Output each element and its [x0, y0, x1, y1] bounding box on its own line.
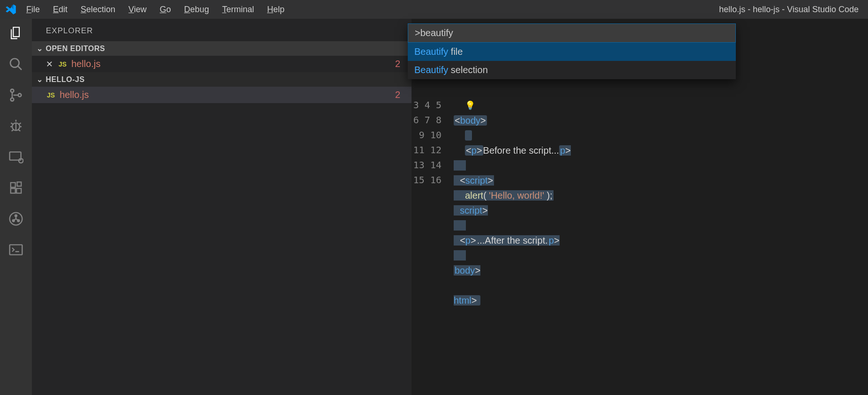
open-editor-filename: hello.js: [71, 59, 100, 69]
open-editors-header[interactable]: ⌄ OPEN EDITORS: [32, 41, 412, 56]
menu-item[interactable]: Debug: [184, 5, 209, 15]
debug-icon[interactable]: [8, 118, 24, 134]
terminal-icon[interactable]: [8, 242, 24, 258]
svg-rect-24: [10, 245, 22, 254]
activity-bar: [0, 19, 32, 395]
explorer-title: EXPLORER: [32, 19, 412, 41]
lightbulb-icon[interactable]: 💡: [465, 98, 475, 113]
menu-item[interactable]: Selection: [81, 5, 115, 15]
svg-rect-16: [11, 183, 15, 187]
svg-line-12: [18, 130, 20, 131]
menu-item[interactable]: Edit: [53, 5, 67, 15]
svg-point-3: [11, 98, 14, 101]
js-badge-icon: JS: [46, 91, 56, 99]
close-icon[interactable]: ✕: [46, 59, 53, 69]
menu-item[interactable]: Go: [160, 5, 171, 15]
vscode-logo-icon: [5, 3, 17, 15]
menu-item[interactable]: File: [26, 5, 40, 15]
svg-rect-19: [17, 182, 22, 186]
palette-item[interactable]: Beautify file: [408, 43, 736, 61]
source-control-icon[interactable]: [8, 87, 24, 103]
error-count: 2: [395, 59, 400, 69]
folder-file[interactable]: JS hello.js 2: [32, 87, 412, 103]
chevron-down-icon: ⌄: [37, 44, 43, 53]
folder-header[interactable]: ⌄ HELLO-JS: [32, 72, 412, 87]
window-title: hello.js - hello-js - Visual Studio Code: [719, 5, 859, 15]
svg-point-4: [18, 94, 22, 97]
svg-point-2: [11, 89, 14, 92]
folder-filename: hello.js: [60, 89, 89, 100]
explorer-sidebar: EXPLORER ⌄ OPEN EDITORS ✕ JS hello.js 2 …: [32, 19, 412, 395]
palette-item[interactable]: Beautify selection: [408, 61, 736, 79]
svg-rect-17: [11, 188, 15, 193]
menu-item[interactable]: Help: [267, 5, 284, 15]
svg-rect-18: [16, 188, 21, 193]
svg-point-0: [10, 59, 19, 67]
title-bar: FileEditSelectionViewGoDebugTerminalHelp…: [0, 0, 868, 19]
git-graph-icon[interactable]: [8, 211, 24, 227]
explorer-icon[interactable]: [8, 25, 24, 41]
menu-item[interactable]: View: [128, 5, 147, 15]
folder-label: HELLO-JS: [46, 75, 85, 84]
svg-line-1: [18, 66, 22, 70]
svg-point-21: [15, 215, 17, 216]
command-palette: Beautify fileBeautify selection: [408, 23, 736, 79]
svg-line-8: [19, 123, 21, 124]
open-editor-file[interactable]: ✕ JS hello.js 2: [32, 56, 412, 72]
js-badge-icon: JS: [58, 60, 67, 68]
search-icon[interactable]: [8, 56, 24, 72]
extensions-icon[interactable]: [8, 180, 24, 196]
svg-line-7: [11, 123, 13, 124]
menu-bar: FileEditSelectionViewGoDebugTerminalHelp: [26, 5, 284, 15]
chevron-down-icon: ⌄: [37, 75, 43, 84]
menu-item[interactable]: Terminal: [222, 5, 254, 15]
open-editors-label: OPEN EDITORS: [46, 45, 105, 53]
remote-icon[interactable]: [8, 149, 24, 165]
error-count: 2: [395, 89, 400, 100]
command-palette-input[interactable]: [408, 23, 736, 43]
svg-line-11: [12, 130, 14, 131]
